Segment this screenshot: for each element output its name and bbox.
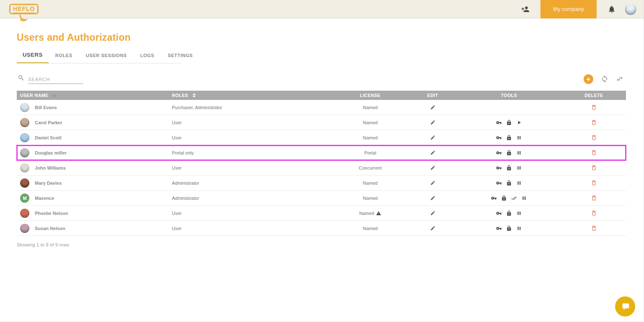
delete-cell (562, 191, 626, 205)
key-icon[interactable] (496, 120, 502, 126)
key-icon[interactable] (496, 210, 502, 216)
tab-settings[interactable]: SETTINGS (161, 50, 200, 63)
edit-pencil-icon[interactable] (430, 120, 436, 125)
suspend-pause-icon[interactable] (516, 180, 522, 186)
users-table: USER NAME ROLES LICENSE EDIT TOOLS DELET… (17, 91, 626, 236)
bell-icon[interactable] (608, 5, 616, 13)
lock-icon[interactable] (506, 120, 512, 126)
column-roles[interactable]: ROLES (172, 93, 331, 98)
suspend-pause-icon[interactable] (516, 135, 522, 141)
suspend-pause-icon[interactable] (516, 165, 522, 171)
suspend-pause-icon[interactable] (516, 210, 522, 216)
topbar-right: My company (515, 0, 644, 18)
tab-roles[interactable]: ROLES (49, 50, 79, 63)
roles-cell: User (172, 115, 331, 130)
table-row[interactable]: Bill EvansPurchaser, AdministratorNamed (17, 100, 626, 115)
delete-trash-icon[interactable] (591, 134, 597, 141)
license-cell: Named (331, 221, 409, 236)
column-license: LICENSE (331, 93, 409, 98)
license-warning-icon (376, 211, 381, 216)
roles-cell: Administrator (172, 191, 331, 205)
main-content: Users and Authorization USERS ROLES USER… (17, 32, 626, 247)
table-row[interactable]: John WilliamsUserConcurrent (17, 160, 626, 175)
edit-pencil-icon[interactable] (430, 210, 436, 216)
tools-cell (456, 221, 562, 236)
delete-trash-icon[interactable] (591, 104, 597, 110)
key-icon[interactable] (496, 150, 502, 156)
lock-icon[interactable] (506, 135, 512, 141)
delete-trash-icon[interactable] (591, 149, 597, 156)
delete-trash-icon[interactable] (591, 225, 597, 231)
table-row[interactable]: Mary DaviesAdministratorNamed (17, 175, 626, 191)
user-avatar[interactable] (624, 3, 637, 16)
heflo-logo[interactable]: HEFLO (9, 4, 39, 14)
edit-pencil-icon[interactable] (430, 165, 436, 170)
tab-user-sessions[interactable]: USER SESSIONS (79, 50, 134, 63)
lock-icon[interactable] (506, 180, 512, 186)
resume-play-icon[interactable] (516, 120, 522, 126)
roles-cell: User (172, 206, 331, 220)
license-cell: Concurrent (331, 160, 409, 175)
table-row[interactable]: Carol ParkerUserNamed (17, 115, 626, 130)
edit-cell (409, 115, 456, 130)
edit-pencil-icon[interactable] (430, 225, 436, 231)
table-row[interactable]: Phoebe NelsonUserNamed (17, 206, 626, 221)
key-icon[interactable] (496, 165, 502, 171)
delete-trash-icon[interactable] (591, 165, 597, 171)
table-row-highlighted[interactable]: Douglas millerPortal onlyPortal (17, 145, 626, 160)
my-company-button[interactable]: My company (540, 0, 597, 18)
delete-cell (562, 100, 626, 115)
suspend-pause-icon[interactable] (521, 195, 527, 201)
user-name-text: Carol Parker (35, 120, 62, 125)
table-row[interactable]: Susan NelsonUserNamed (17, 221, 626, 236)
roles-cell: Administrator (172, 175, 331, 190)
suspend-pause-icon[interactable] (516, 225, 522, 231)
table-row[interactable]: Daniel ScottUserNamed (17, 130, 626, 145)
lock-icon[interactable] (506, 225, 512, 231)
suspend-pause-icon[interactable] (516, 150, 522, 156)
heflo-logo-box: HEFLO (9, 4, 39, 14)
edit-pencil-icon[interactable] (430, 195, 436, 201)
key-icon[interactable] (496, 180, 502, 186)
double-check-icon[interactable] (511, 195, 517, 201)
tab-logs[interactable]: LOGS (133, 50, 161, 63)
swap-columns-icon[interactable] (616, 75, 623, 83)
tools-cell (456, 130, 562, 145)
lock-icon[interactable] (506, 150, 512, 156)
sort-asc-icon[interactable] (53, 94, 56, 97)
delete-trash-icon[interactable] (591, 180, 597, 186)
lock-icon[interactable] (506, 210, 512, 216)
chat-fab-button[interactable] (615, 296, 635, 317)
avatar-photo (20, 209, 29, 218)
search-input[interactable] (28, 75, 83, 84)
lock-icon[interactable] (506, 165, 512, 171)
tab-users[interactable]: USERS (17, 49, 49, 63)
search-icon (18, 74, 25, 81)
tools-cell (456, 206, 562, 220)
delete-trash-icon[interactable] (591, 195, 597, 201)
edit-pencil-icon[interactable] (430, 135, 436, 140)
key-icon[interactable] (491, 195, 497, 201)
delete-trash-icon[interactable] (591, 119, 597, 126)
edit-pencil-icon[interactable] (430, 150, 436, 155)
edit-pencil-icon[interactable] (430, 180, 436, 186)
license-cell: Named (331, 175, 409, 190)
table-row[interactable]: MMaxenceAdministratorNamed (17, 191, 626, 206)
edit-pencil-icon[interactable] (430, 105, 436, 110)
refresh-icon[interactable] (601, 75, 608, 83)
search-box (17, 74, 83, 84)
roles-cell: Purchaser, Administrator (172, 100, 331, 115)
delete-trash-icon[interactable] (591, 210, 597, 216)
avatar-photo (20, 224, 29, 233)
tools-cell (456, 160, 562, 175)
column-delete: DELETE (562, 93, 626, 98)
column-user-name[interactable]: USER NAME (17, 93, 172, 98)
key-icon[interactable] (496, 225, 502, 231)
person-add-icon[interactable] (521, 5, 530, 13)
add-user-button[interactable]: + (584, 74, 593, 84)
heflo-logo-tail (19, 15, 29, 21)
key-icon[interactable] (496, 135, 502, 141)
avatar-photo (20, 163, 29, 173)
sort-both-icon[interactable] (192, 93, 196, 97)
lock-icon[interactable] (501, 195, 507, 201)
